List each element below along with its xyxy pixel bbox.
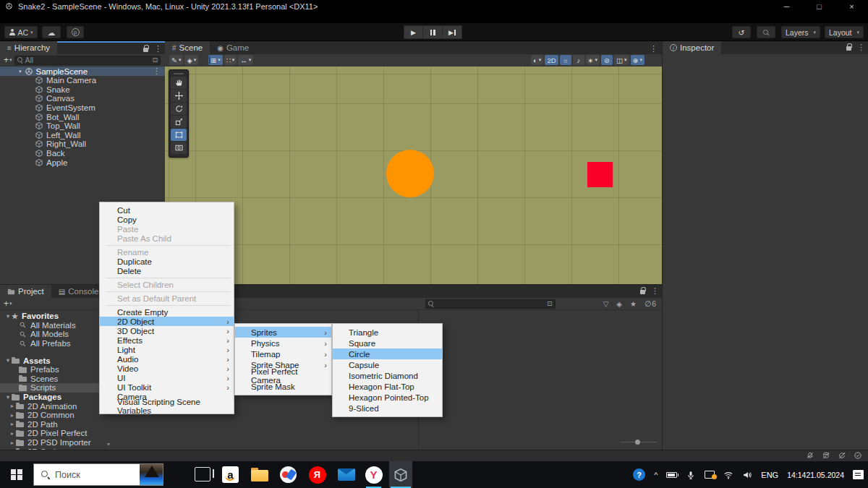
- shading-mode-button[interactable]: ◈ ▾: [184, 55, 198, 65]
- orange-circle-sprite[interactable]: [386, 150, 434, 197]
- slider-knob[interactable]: [635, 440, 640, 445]
- lighting-toggle[interactable]: ☼ ▾: [560, 55, 571, 65]
- expander-icon[interactable]: ▾: [19, 69, 22, 74]
- context-menu-item[interactable]: Paste As Child ›: [100, 234, 234, 243]
- move-tool[interactable]: [171, 90, 187, 102]
- context-menu-item[interactable]: Rename ›: [100, 247, 234, 257]
- submenu-item[interactable]: Pixel Perfect Camera ›: [235, 370, 331, 381]
- cache-server-disabled-icon[interactable]: [822, 451, 830, 460]
- visibility-toggle[interactable]: ⊘ ▾: [601, 55, 613, 65]
- hierarchy-create-button[interactable]: +▾: [4, 55, 12, 65]
- notification-center-icon[interactable]: [853, 470, 864, 479]
- notifications-muted-icon[interactable]: [806, 451, 814, 460]
- plastic-scm-button[interactable]: p: [67, 26, 84, 38]
- play-button[interactable]: ▶: [404, 25, 423, 39]
- expander-icon[interactable]: ▾: [4, 313, 12, 320]
- background-tasks-ok-icon[interactable]: [854, 451, 862, 460]
- volume-icon[interactable]: [742, 470, 752, 480]
- account-button[interactable]: AC ▾: [4, 26, 38, 38]
- lock-icon[interactable]: [640, 290, 645, 294]
- context-menu-item[interactable]: Paste ›: [100, 224, 234, 234]
- gizmos-toggle[interactable]: ⊕ ▾: [631, 55, 644, 65]
- layout-dropdown[interactable]: Layout ▾: [825, 26, 864, 38]
- tab-inspector[interactable]: i Inspector: [663, 41, 721, 54]
- search-by-type-icon[interactable]: ▽: [603, 300, 609, 308]
- task-view-button[interactable]: [195, 467, 210, 481]
- panel-menu-icon[interactable]: ⋮: [650, 44, 658, 53]
- tab-game[interactable]: ◉ Game: [210, 41, 256, 54]
- undo-history-button[interactable]: ↺: [732, 26, 751, 38]
- submenu-item[interactable]: Sprites ›: [235, 327, 331, 338]
- hierarchy-search-input[interactable]: All ⊡: [14, 56, 161, 65]
- context-menu-item[interactable]: Delete ›: [100, 266, 234, 275]
- context-menu-item[interactable]: Video ›: [100, 364, 234, 373]
- submenu-item[interactable]: Physics ›: [235, 338, 331, 348]
- scene-viewport[interactable]: [165, 67, 662, 284]
- hierarchy-item[interactable]: Back: [0, 149, 165, 158]
- scale-tool[interactable]: [171, 116, 187, 128]
- context-menu-item[interactable]: Light ›: [100, 345, 234, 354]
- windows-ink-icon[interactable]: [705, 471, 715, 479]
- hierarchy-item[interactable]: Bot_Wall: [0, 112, 165, 121]
- clock[interactable]: 14:14 21.05.2024: [787, 471, 844, 479]
- hierarchy-item[interactable]: Left_Wall: [0, 131, 165, 140]
- sprite-shape-item[interactable]: Capsule ›: [333, 359, 442, 370]
- auto-refresh-disabled-icon[interactable]: [838, 451, 846, 460]
- draw-mode-button[interactable]: ✎ ▾: [169, 55, 183, 65]
- pause-button[interactable]: [423, 25, 443, 39]
- search-pick-icon[interactable]: ⊡: [547, 300, 553, 307]
- hierarchy-item[interactable]: EventSystem: [0, 103, 165, 113]
- context-menu-item[interactable]: 2D Object ›: [100, 317, 234, 326]
- language-indicator[interactable]: ENG: [761, 471, 778, 479]
- handle-position-button[interactable]: ↔ ▾: [238, 55, 253, 65]
- tab-project[interactable]: Project: [0, 285, 51, 298]
- hierarchy-item[interactable]: Main Camera: [0, 76, 165, 85]
- sprite-shape-item[interactable]: Triangle ›: [333, 327, 442, 338]
- sprite-shape-item[interactable]: 9-Sliced ›: [333, 403, 442, 414]
- microphone-icon[interactable]: [686, 470, 696, 480]
- expander-icon[interactable]: ▸: [9, 430, 16, 437]
- cloud-button[interactable]: ☁: [42, 26, 61, 38]
- step-button[interactable]: ▶: [443, 25, 462, 39]
- tray-expand-icon[interactable]: ^: [654, 471, 658, 479]
- submenu-item[interactable]: Tilemap ›: [235, 348, 331, 359]
- camera-preview-toggle[interactable]: ◫ ▾: [614, 55, 629, 65]
- panel-menu-icon[interactable]: ⋮: [651, 286, 659, 296]
- lock-icon[interactable]: [143, 48, 148, 52]
- expander-icon[interactable]: ▾: [4, 357, 12, 364]
- snap-settings-button[interactable]: ∷ ▾: [224, 55, 237, 65]
- panel-menu-icon[interactable]: ⋮: [154, 44, 162, 53]
- file-explorer-icon[interactable]: [250, 466, 268, 484]
- project-create-button[interactable]: +▾: [4, 299, 12, 309]
- rotate-tool[interactable]: [171, 103, 187, 115]
- scene-row-menu-icon[interactable]: ⋮: [153, 67, 161, 76]
- hierarchy-item[interactable]: Top_Wall: [0, 121, 165, 131]
- maximize-button[interactable]: □: [803, 0, 835, 12]
- hierarchy-item[interactable]: Snake: [0, 85, 165, 95]
- taskbar-search-input[interactable]: Поиск: [33, 463, 163, 486]
- layers-dropdown[interactable]: Layers ▾: [781, 26, 820, 38]
- grid-snap-button[interactable]: ⊞ ▾: [208, 55, 222, 65]
- hand-tool[interactable]: [171, 77, 187, 89]
- tab-hierarchy[interactable]: ≡ Hierarchy: [0, 41, 57, 54]
- context-menu-item[interactable]: UI ›: [100, 373, 234, 382]
- icon-size-slider[interactable]: [621, 439, 657, 445]
- favorites-star-icon[interactable]: ★: [630, 300, 637, 308]
- wifi-icon[interactable]: [723, 470, 733, 480]
- global-search-button[interactable]: [757, 26, 775, 38]
- start-button[interactable]: [0, 461, 33, 488]
- context-menu-item[interactable]: Audio ›: [100, 354, 234, 364]
- hierarchy-item[interactable]: Right_Wall: [0, 140, 165, 149]
- hierarchy-item[interactable]: Apple: [0, 158, 165, 167]
- palette-drag-handle[interactable]: [174, 73, 184, 74]
- search-by-label-icon[interactable]: ◈: [616, 300, 622, 308]
- audio-toggle[interactable]: ♪ ▾: [573, 55, 584, 65]
- unity-taskbar-icon[interactable]: [389, 461, 412, 488]
- battery-icon[interactable]: [666, 472, 677, 478]
- search-highlight-image[interactable]: [140, 463, 163, 486]
- lock-icon[interactable]: [846, 46, 851, 51]
- hierarchy-scene-row[interactable]: ▾ SampleScene ⋮: [0, 67, 165, 76]
- sprite-shape-item[interactable]: Hexagon Flat-Top ›: [333, 381, 442, 392]
- packages-item[interactable]: ▸ 2D Pixel Perfect: [0, 429, 418, 438]
- context-menu-item[interactable]: Select Children ›: [100, 280, 234, 289]
